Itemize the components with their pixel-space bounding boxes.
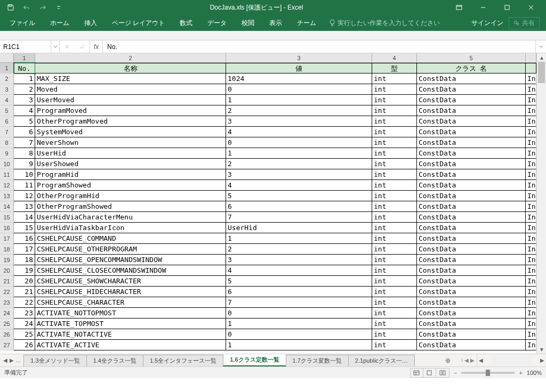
col-header-5[interactable]: 5 [417, 53, 526, 62]
cell-header-value[interactable]: 値 [226, 63, 372, 74]
close-button[interactable] [519, 0, 543, 15]
sheet-nav[interactable]: ◀▶... [0, 354, 23, 366]
cell-value[interactable]: 6 [226, 287, 372, 297]
sheet-tab[interactable]: 1.3全メソッド一覧 [23, 355, 86, 366]
cell-type[interactable]: int [372, 127, 417, 137]
cell-type[interactable]: int [372, 137, 417, 148]
row-header[interactable]: 27 [0, 340, 14, 350]
row-header[interactable]: 25 [0, 318, 14, 329]
save-button[interactable] [3, 1, 18, 14]
cell-class[interactable]: ConstData [417, 276, 526, 287]
cell-class[interactable]: ConstData [417, 95, 526, 105]
cell-no[interactable]: 22 [14, 297, 35, 308]
cell-extra[interactable]: In [526, 244, 536, 255]
cell-class[interactable]: ConstData [417, 308, 526, 318]
cell-name[interactable]: OtherProgramMoved [35, 116, 226, 127]
cell-header-name[interactable]: 名称 [35, 63, 226, 74]
cell-extra[interactable]: In [526, 201, 536, 212]
cell-type[interactable]: int [372, 297, 417, 308]
cell-value[interactable]: 1 [226, 318, 372, 329]
cell-extra[interactable]: In [526, 223, 536, 233]
cell-no[interactable]: 16 [14, 233, 35, 244]
undo-button[interactable] [19, 1, 34, 14]
cell-class[interactable]: ConstData [417, 105, 526, 116]
cell-class[interactable]: ConstData [417, 74, 526, 84]
zoom-level[interactable]: 100% [527, 370, 542, 376]
sheet-tab[interactable]: 1.6クラス定数一覧 [223, 354, 286, 366]
cell-no[interactable]: 17 [14, 244, 35, 255]
row-header[interactable]: 5 [0, 105, 14, 116]
cell-class[interactable]: ConstData [417, 340, 526, 350]
cell-name[interactable]: CSHELPCAUSE_HIDECHARACTER [35, 287, 226, 297]
cell-type[interactable]: int [372, 159, 417, 169]
cell-name[interactable]: ProgramMoved [35, 105, 226, 116]
cell-name[interactable]: ACTIVATE_TOPMOST [35, 318, 226, 329]
cell-name[interactable]: CSHELPCAUSE_COMMAND [35, 233, 226, 244]
cell-class[interactable]: ConstData [417, 180, 526, 191]
cell-name[interactable]: MAX_SIZE [35, 74, 226, 84]
cell-no[interactable]: 1 [14, 74, 35, 84]
row-header[interactable]: 9 [0, 148, 14, 159]
cell-no[interactable]: 18 [14, 255, 35, 265]
cell-class[interactable]: ConstData [417, 191, 526, 201]
cell-extra[interactable]: In [526, 318, 536, 329]
zoom-thumb[interactable] [486, 370, 490, 376]
fx-button[interactable]: fx [90, 40, 103, 53]
cell-value[interactable]: 7 [226, 297, 372, 308]
cell-no[interactable]: 20 [14, 276, 35, 287]
row-header[interactable]: 17 [0, 233, 14, 244]
row-header[interactable]: 4 [0, 95, 14, 105]
cell-type[interactable]: int [372, 105, 417, 116]
formula-bar[interactable]: No. [103, 40, 535, 53]
cell-class[interactable]: ConstData [417, 169, 526, 180]
row-header[interactable]: 20 [0, 265, 14, 276]
add-sheet-button[interactable]: ⊕ [441, 354, 455, 366]
sheet-tab[interactable]: 1.7クラス変数一覧 [286, 355, 349, 366]
cell-type[interactable]: int [372, 233, 417, 244]
row-header[interactable]: 8 [0, 137, 14, 148]
cell-extra[interactable]: In [526, 297, 536, 308]
name-box[interactable] [0, 40, 51, 53]
cell-name[interactable]: CSHELPCAUSE_OPENCOMMANDSWINDOW [35, 255, 226, 265]
cell-value[interactable]: UserHid [226, 223, 372, 233]
cell-extra[interactable]: In [526, 74, 536, 84]
cell-name[interactable]: SystemMoved [35, 127, 226, 137]
tab-scroll-indicator[interactable]: ⁞ ◀ ▶ [459, 354, 477, 366]
cell-no[interactable]: 10 [14, 169, 35, 180]
cell-type[interactable]: int [372, 148, 417, 159]
cell-extra[interactable]: In [526, 340, 536, 350]
cell-name[interactable]: UserHid [35, 148, 226, 159]
nav-next-icon[interactable]: ▶ [10, 357, 14, 363]
col-header-2[interactable]: 2 [35, 53, 226, 62]
cell-extra[interactable]: In [526, 127, 536, 137]
tab-team[interactable]: チーム [290, 15, 324, 31]
enter-formula-button[interactable] [75, 44, 90, 50]
cell-value[interactable]: 2 [226, 244, 372, 255]
col-header-1[interactable]: 1 [14, 53, 35, 62]
row-header[interactable]: 24 [0, 308, 14, 318]
col-header-6[interactable] [526, 53, 536, 62]
cell-value[interactable]: 1024 [226, 74, 372, 84]
row-header[interactable]: 6 [0, 116, 14, 127]
hscroll-right-arrow[interactable]: ▶ [539, 357, 546, 363]
cell-name[interactable]: UserMoved [35, 95, 226, 105]
cell-value[interactable]: 0 [226, 308, 372, 318]
sheet-tab[interactable]: 1.5全インタフェース一覧 [143, 355, 223, 366]
cell-no[interactable]: 26 [14, 340, 35, 350]
cell-name[interactable]: ACTIVATE_NOTACTIVE [35, 329, 226, 340]
cell-extra[interactable]: In [526, 308, 536, 318]
row-header[interactable]: 3 [0, 84, 14, 95]
row-header[interactable]: 2 [0, 74, 14, 84]
name-box-input[interactable] [3, 43, 47, 51]
cell-no[interactable]: 9 [14, 159, 35, 169]
zoom-slider[interactable] [461, 372, 515, 374]
hscroll-track[interactable] [492, 357, 531, 364]
cell-value[interactable]: 3 [226, 255, 372, 265]
cell-class[interactable]: ConstData [417, 116, 526, 127]
col-header-3[interactable]: 3 [226, 53, 372, 62]
sheet-tab[interactable]: 1.4全クラス一覧 [86, 355, 143, 366]
cell-name[interactable]: CSHELPCAUSE_SHOWCHARACTER [35, 276, 226, 287]
cell-type[interactable]: int [372, 340, 417, 350]
cell-extra[interactable]: In [526, 148, 536, 159]
row-header[interactable]: 23 [0, 297, 14, 308]
